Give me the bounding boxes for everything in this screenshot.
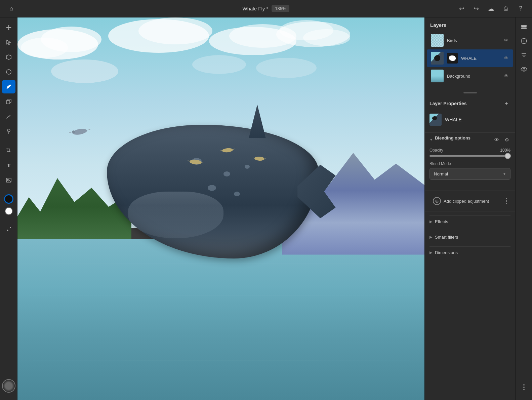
select-tool[interactable] [2,36,15,49]
clone-tool[interactable] [2,95,15,108]
adjustments-icon-button[interactable] [518,35,530,47]
help-button[interactable]: ? [516,4,525,13]
effects-header[interactable]: ▶ Effects [429,215,510,228]
svg-rect-26 [521,27,527,28]
layer-thumb-birds [431,34,444,47]
svg-rect-3 [6,101,10,104]
add-adjustment-label: Add clipped adjustment [444,199,489,204]
blending-options-icon[interactable]: ⚙ [503,136,510,144]
svg-marker-1 [6,55,11,59]
scene-water [17,239,424,400]
add-adjustment-button[interactable]: ⊕ Add clipped adjustment [428,194,512,208]
layer-visibility-birds[interactable]: 👁 [503,37,509,44]
properties-layer-row: WHALE [425,111,515,130]
blend-mode-value: Normal [434,171,448,176]
layer-whale[interactable]: WHALE 👁 [427,49,513,67]
opacity-fill [429,155,510,157]
filters-icon-button[interactable] [518,49,530,61]
canvas-area[interactable] [17,17,424,400]
smart-filters-label: Smart filters [435,235,458,240]
share-button[interactable]: ⎙ [501,4,510,13]
layers-title: Layers [430,22,446,28]
canvas-content [17,17,424,400]
svg-rect-25 [521,28,527,29]
foreground-color[interactable] [4,194,13,204]
background-color[interactable] [5,207,13,215]
effects-section: ▶ Effects [425,214,515,229]
properties-title: Layer Properties [429,101,467,106]
layer-visibility-bg[interactable]: 👁 [503,73,509,79]
topbar-center: Whale Fly * 185% [243,5,290,12]
eyedropper-tool[interactable] [2,223,15,236]
layer-thumb-whale [431,52,444,65]
opacity-thumb[interactable] [505,153,511,159]
left-toolbar [0,17,17,400]
topbar-right: ↩ ↪ ☁ ⎙ ? [457,4,525,13]
dimensions-label: Dimensions [435,250,458,255]
layer-thumb-bg [431,70,444,82]
smart-filters-arrow: ▶ [429,235,432,239]
smart-filters-header[interactable]: ▶ Smart filters [429,231,510,243]
adjustment-divider [425,191,515,191]
cloud-button[interactable]: ☁ [486,4,496,13]
whale-element [107,125,319,258]
opacity-label: Opacity [429,148,443,153]
document-title: Whale Fly * [243,6,269,11]
properties-layer-thumb [429,114,442,126]
opacity-slider[interactable] [429,155,510,157]
image-tool[interactable] [2,173,15,187]
layers-panel: Layers Birds 👁 WHALE 👁 [425,17,515,85]
crop-tool[interactable] [2,144,15,157]
add-property-button[interactable]: + [502,99,510,108]
brush-tool[interactable] [2,80,15,93]
layers-icon-button[interactable] [518,21,530,33]
layer-background[interactable]: Background 👁 [427,67,513,85]
panel-divider [425,88,515,88]
undo-button[interactable]: ↩ [457,4,466,13]
smart-filters-section: ▶ Smart filters [425,230,515,244]
home-button[interactable]: ⌂ [7,4,16,13]
zoom-level[interactable]: 185% [272,5,289,12]
svg-rect-27 [521,25,527,26]
blend-divider [425,132,515,133]
adjustment-circle-icon: ⊕ [433,197,441,205]
blend-mode-label: Blend Mode [429,161,510,166]
layer-name-birds: Birds [447,38,500,43]
opacity-row: Opacity 100% [429,148,510,153]
visibility-icon-button[interactable] [518,63,530,75]
dimensions-header[interactable]: ▶ Dimensions [429,246,510,258]
svg-point-2 [6,70,11,74]
blending-visibility-icon[interactable]: 👁 [493,136,500,144]
smudge-tool[interactable] [2,110,15,123]
blend-mode-select[interactable]: Normal ▼ [429,168,510,180]
properties-header: Layer Properties + [425,96,515,111]
layer-visibility-whale[interactable]: 👁 [503,55,509,62]
dimensions-arrow: ▶ [429,250,432,255]
blending-collapse-arrow[interactable]: ▼ [429,138,433,142]
type-tool[interactable] [2,159,15,172]
heal-tool[interactable] [2,65,15,79]
brush-preview[interactable] [2,379,15,393]
blending-section: ▼ Blending options 👁 ⚙ Opacity 100% [425,135,515,188]
dimensions-section: ▶ Dimensions [425,245,515,260]
effects-label: Effects [435,219,448,224]
blending-title: Blending options [435,135,470,141]
layer-name-whale: WHALE [461,56,500,61]
topbar: ⌂ Whale Fly * 185% ↩ ↪ ☁ ⎙ ? [0,0,532,17]
redo-button[interactable]: ↪ [472,4,481,13]
effects-divider [425,211,515,211]
effects-arrow: ▶ [429,219,432,224]
more-options-button[interactable] [518,381,530,393]
more-options-icon[interactable] [506,198,507,204]
svg-point-4 [7,129,10,132]
right-panel: Layers Birds 👁 WHALE 👁 [424,17,515,400]
layers-panel-header: Layers [425,17,515,31]
dodge-tool[interactable] [2,124,15,138]
drag-handle[interactable] [463,92,477,93]
svg-point-29 [523,68,525,70]
transform-tool[interactable] [2,50,15,64]
layer-mask-whale [447,53,458,64]
layer-birds[interactable]: Birds 👁 [427,32,513,49]
main-area: Layers Birds 👁 WHALE 👁 [0,17,532,400]
move-tool[interactable] [2,21,15,34]
